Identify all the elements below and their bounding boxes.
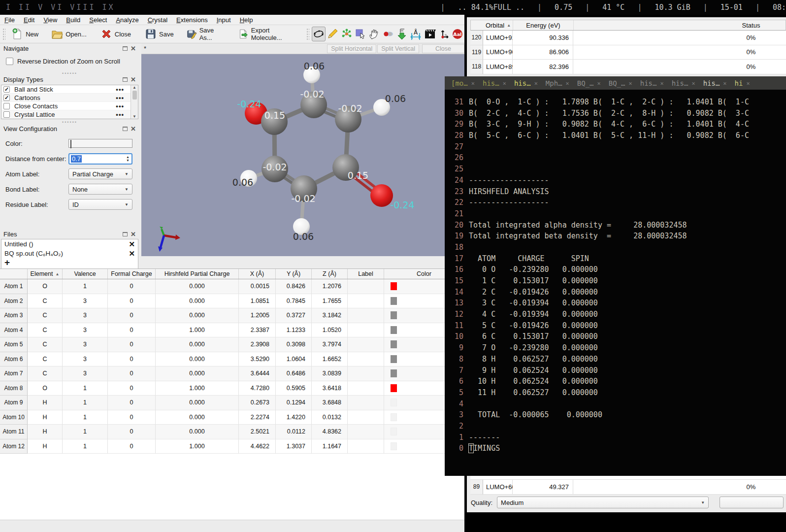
atom-table-row[interactable]: Atom 1O100.0000.00150.84261.2076 [0, 279, 464, 294]
new-button[interactable]: New [8, 27, 42, 41]
import-tool-button[interactable] [395, 27, 409, 41]
float-panel-button[interactable] [123, 127, 128, 131]
orbital-row[interactable]: 119LUMO+9086.9060% [470, 45, 786, 60]
menu-file[interactable]: File [0, 16, 19, 24]
measure-tool-button[interactable]: Å [409, 27, 423, 41]
atom-color-swatch[interactable] [391, 282, 397, 290]
oxygen-atom[interactable] [370, 184, 393, 207]
dock-splitter[interactable]: •••••• [0, 121, 139, 123]
display-type-checkbox[interactable]: ✓ [3, 95, 10, 101]
atom-table-row[interactable]: Atom 6C300.0003.52901.06041.6652 [0, 352, 464, 367]
atom-color-swatch[interactable] [391, 384, 397, 392]
toolbar-drag-handle-2[interactable] [306, 28, 309, 40]
close-panel-button[interactable]: ✕ [131, 77, 136, 82]
atom-color-swatch[interactable] [391, 311, 397, 319]
atom-color-swatch[interactable] [391, 326, 397, 334]
atom-color-swatch[interactable] [391, 340, 397, 348]
template-tool-button[interactable] [340, 27, 354, 41]
menu-select[interactable]: Select [85, 16, 111, 24]
display-type-options-button[interactable]: ••• [116, 94, 124, 101]
atom-table-row[interactable]: Atom 2C300.0001.08510.78451.7655 [0, 294, 464, 309]
display-type-options-button[interactable]: ••• [116, 86, 124, 93]
atom-table-row[interactable]: Atom 4C301.0002.33871.12331.0520 [0, 323, 464, 338]
column-header-z-[interactable]: Z (Å) [312, 269, 348, 279]
float-panel-button[interactable] [123, 77, 128, 82]
column-header-valence[interactable]: Valence [63, 269, 108, 279]
terminal-tab-close-icon[interactable]: ✕ [471, 80, 475, 87]
display-type-options-button[interactable]: ••• [116, 111, 124, 118]
viewport-close-button[interactable]: Close [422, 44, 464, 53]
terminal-tab-close-icon[interactable]: ✕ [503, 80, 506, 87]
menu-extensions[interactable]: Extensions [172, 16, 212, 24]
terminal-tab-close-icon[interactable]: ✕ [660, 80, 663, 87]
display-type-checkbox[interactable] [3, 103, 10, 109]
float-panel-button[interactable] [123, 232, 128, 236]
atom-table-row[interactable]: Atom 11H100.0002.50210.01124.8362 [0, 425, 464, 439]
menu-analyze[interactable]: Analyze [111, 16, 143, 24]
axes-manipulate-tool-button[interactable] [437, 27, 451, 41]
atom-table-row[interactable]: Atom 7C300.0003.64440.64863.0839 [0, 366, 464, 381]
terminal-tab[interactable]: his…✕ [668, 77, 699, 89]
orbital-column-header[interactable]: Orbital▲ [484, 20, 513, 30]
quality-combo[interactable]: Medium ▼ [497, 497, 709, 508]
bond-centric-tool-button[interactable] [381, 27, 395, 41]
status-column-header[interactable]: Status [574, 20, 786, 30]
column-header-x-[interactable]: X (Å) [239, 269, 276, 279]
terminal-tab-close-icon[interactable]: ✕ [597, 80, 601, 87]
draw-tool-button[interactable] [326, 27, 339, 41]
display-type-item[interactable]: Crystal Lattice••• [1, 110, 138, 119]
menu-view[interactable]: View [39, 16, 62, 24]
terminal-tab[interactable]: his…✕ [637, 77, 667, 89]
atom-table-row[interactable]: Atom 3C300.0001.20050.37273.1842 [0, 308, 464, 323]
atom-color-swatch[interactable] [391, 413, 397, 421]
partial-button[interactable] [720, 497, 784, 508]
display-type-checkbox[interactable]: ✓ [3, 86, 10, 93]
terminal-tab-close-icon[interactable]: ✕ [746, 80, 750, 87]
open-button[interactable]: Open... [48, 27, 90, 41]
toolbar-drag-handle[interactable] [2, 28, 5, 40]
atom-table-row[interactable]: Atom 10H100.0002.22741.42200.0132 [0, 410, 464, 425]
column-header-element[interactable]: Element▲ [28, 269, 63, 279]
terminal-tab[interactable]: his…✕ [700, 77, 730, 89]
atom-color-swatch[interactable] [391, 428, 397, 435]
file-item[interactable]: Untitled ()✕ [1, 239, 138, 249]
split-horizontal-button[interactable]: Split Horizontal [327, 44, 376, 53]
distance-spinbox[interactable]: 0.7 ▲▼ [68, 153, 132, 165]
float-panel-button[interactable] [123, 46, 128, 51]
workspace-indicators[interactable]: I II V VI VIII IX [6, 3, 115, 12]
selection-tool-button[interactable] [354, 27, 367, 41]
display-type-item[interactable]: ✓Ball and Stick••• [1, 85, 138, 94]
close-panel-button[interactable]: ✕ [131, 46, 136, 51]
menu-build[interactable]: Build [62, 16, 85, 24]
display-type-item[interactable]: Close Contacts••• [1, 102, 138, 110]
terminal-tab-close-icon[interactable]: ✕ [691, 80, 695, 87]
orbital-row[interactable]: 118LUMO+8982.3960% [470, 60, 786, 74]
remove-file-button[interactable]: ✕ [129, 240, 135, 249]
export-molecule-button[interactable]: Export Molecule... [235, 25, 299, 43]
display-type-item[interactable]: ✓Cartoons••• [1, 94, 138, 102]
display-types-scrollbar[interactable]: ▲▼ [131, 85, 138, 119]
atom-table-row[interactable]: Atom 9H100.0000.26730.12943.6848 [0, 396, 464, 410]
close-button[interactable]: Close [97, 27, 134, 41]
column-header-formal-charge[interactable]: Formal Charge [108, 269, 156, 279]
save-as-button[interactable]: Save As... [183, 25, 228, 43]
remove-file-button[interactable]: ✕ [129, 249, 135, 258]
atom-color-swatch[interactable] [391, 297, 397, 305]
terminal-tab-close-icon[interactable]: ✕ [628, 80, 632, 87]
terminal-tab[interactable]: his…✕ [511, 77, 541, 89]
terminal-tab[interactable]: BQ_…✕ [605, 77, 636, 89]
add-file-button[interactable]: + [1, 258, 138, 267]
terminal-tab[interactable]: [mo…✕ [448, 77, 478, 89]
manipulate-tool-button[interactable] [367, 27, 381, 41]
menu-edit[interactable]: Edit [19, 16, 39, 24]
atom-color-swatch[interactable] [391, 369, 397, 377]
close-panel-button[interactable]: ✕ [131, 127, 136, 132]
atom-table-row[interactable]: Atom 5C300.0002.39080.30983.7974 [0, 337, 464, 352]
orbital-row[interactable]: 120LUMO+9190.3360% [470, 31, 786, 45]
atom-color-swatch[interactable] [391, 399, 397, 406]
menu-help[interactable]: Help [235, 16, 258, 24]
terminal-tab-close-icon[interactable]: ✕ [566, 80, 569, 87]
terminal-tab[interactable]: Mph…✕ [542, 77, 573, 89]
molecule-3d-view[interactable]: 0.06-0.020.06-0.02-0.240.15-0.020.06-0.0… [141, 54, 464, 256]
atom-label-combo[interactable]: Partial Charge▼ [68, 168, 132, 179]
